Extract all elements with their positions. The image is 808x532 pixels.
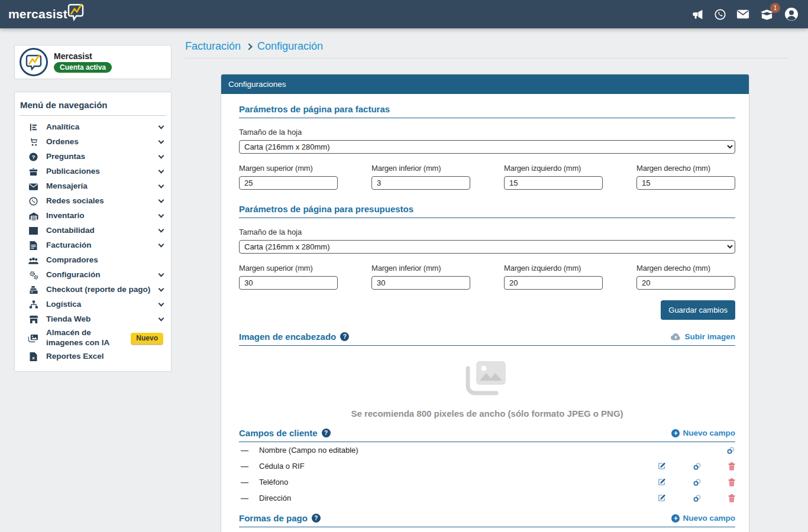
top-navbar: mercasist 1 — [0, 0, 808, 28]
megaphone-icon[interactable] — [691, 8, 704, 21]
margin-label: Margen inferior (mm) — [371, 264, 470, 273]
link-field-icon[interactable] — [726, 446, 735, 455]
sidebar-item-publicaciones[interactable]: Publicaciones — [20, 164, 166, 179]
brand-name: mercasist — [8, 7, 67, 21]
configurations-panel: Configuraciones Parámetros de página par… — [221, 74, 749, 532]
delete-field-icon[interactable] — [728, 494, 735, 502]
breadcrumb-section-link[interactable]: Facturación — [185, 40, 241, 53]
chevron-down-icon — [159, 242, 164, 248]
delete-field-icon[interactable] — [728, 462, 735, 471]
invoice-icon — [28, 241, 39, 250]
analytics-icon — [28, 123, 39, 132]
table-icon — [28, 227, 39, 235]
invoice-margin-left-input[interactable] — [504, 176, 603, 190]
payment-methods-title: Formas de pago ? — [239, 513, 321, 523]
invoice-margin-right-input[interactable] — [636, 176, 735, 190]
edit-field-icon[interactable] — [657, 462, 666, 471]
sidebar-item-almacen-imagenes-ia[interactable]: Almacén de imagenes con IA Nuevo — [20, 327, 166, 349]
sidebar-item-inventario[interactable]: Inventario — [20, 209, 166, 223]
chevron-down-icon — [159, 227, 164, 233]
account-card: Mercasist Cuenta activa — [14, 45, 172, 79]
link-field-icon[interactable] — [693, 494, 702, 502]
sidebar-item-tienda-web[interactable]: Tienda Web — [20, 312, 166, 327]
invoice-section-header: Parámetros de página para facturas — [239, 104, 735, 118]
margin-label: Margen derecho (mm) — [636, 264, 735, 273]
budget-margin-right-input[interactable] — [636, 276, 735, 290]
help-icon[interactable]: ? — [312, 514, 321, 523]
margin-label: Margen superior (mm) — [239, 264, 338, 273]
chevron-down-icon — [159, 316, 164, 322]
help-icon[interactable]: ? — [340, 332, 349, 341]
cart-icon — [28, 138, 39, 147]
payment-methods-section-header: Formas de pago ? + Nuevo campo — [239, 513, 735, 527]
help-icon[interactable]: ? — [322, 429, 331, 437]
sidebar-item-reportes-excel[interactable]: x Reportes Excel — [20, 349, 166, 364]
sidebar-item-mensajeria[interactable]: Mensajería — [20, 179, 166, 194]
sidebar-item-analitica[interactable]: Analítica — [20, 120, 166, 135]
chevron-down-icon — [159, 153, 164, 159]
drag-handle-icon[interactable]: — — [241, 494, 248, 502]
excel-icon: x — [28, 352, 39, 361]
sidebar-item-ordenes[interactable]: Ordenes — [20, 135, 166, 150]
chevron-down-icon — [159, 124, 164, 129]
new-payment-field-link[interactable]: + Nuevo campo — [671, 514, 735, 523]
whatsapp-icon[interactable] — [714, 8, 726, 21]
budget-margin-top-input[interactable] — [239, 276, 338, 290]
chevron-down-icon — [159, 138, 164, 144]
drag-handle-icon[interactable]: — — [241, 462, 248, 471]
menu-title: Menú de navegación — [20, 98, 166, 116]
client-field-label: Cédula o RIF — [259, 462, 305, 471]
sidebar-item-contabilidad[interactable]: Contabilidad — [20, 223, 166, 238]
header-image-section-header: Imagen de encabezado ? Subir imagen — [239, 332, 735, 346]
link-field-icon[interactable] — [693, 462, 702, 471]
sidebar-item-compradores[interactable]: Compradores — [20, 253, 166, 268]
invoice-margin-bottom-input[interactable] — [371, 176, 470, 190]
invoice-page-size-select[interactable]: Carta (216mm x 280mm) — [239, 140, 735, 154]
budget-margin-bottom-input[interactable] — [371, 276, 470, 290]
edit-field-icon[interactable] — [657, 494, 666, 502]
image-placeholder-icon — [466, 361, 509, 397]
drag-handle-icon[interactable]: — — [241, 446, 248, 455]
delete-field-icon[interactable] — [728, 478, 735, 486]
drag-handle-icon[interactable]: — — [241, 478, 248, 486]
register-icon — [28, 286, 39, 294]
notification-badge: 1 — [770, 3, 780, 13]
edit-field-icon[interactable] — [657, 478, 666, 486]
client-field-label: Dirección — [259, 494, 291, 502]
brand-logo[interactable]: mercasist — [8, 7, 86, 22]
header-image-title: Imagen de encabezado ? — [239, 332, 349, 342]
invoice-section-title: Parámetros de página para facturas — [239, 104, 390, 114]
new-client-field-link[interactable]: + Nuevo campo — [671, 429, 735, 437]
sidebar-item-logistica[interactable]: Logística — [20, 297, 166, 312]
chevron-down-icon — [159, 286, 164, 292]
plus-circle-icon: + — [671, 514, 680, 523]
whatsapp-icon — [28, 197, 39, 206]
account-name: Mercasist — [54, 51, 112, 61]
save-button[interactable]: Guardar cambios — [661, 300, 735, 320]
envelope-icon[interactable] — [736, 9, 749, 20]
sidebar-item-redes-sociales[interactable]: Redes sociales — [20, 194, 166, 209]
sidebar-item-checkout[interactable]: Checkout (reporte de pago) — [20, 283, 166, 297]
sidebar-item-configuracion[interactable]: Configuración — [20, 268, 166, 283]
margin-label: Margen derecho (mm) — [636, 164, 735, 173]
warehouse-icon — [28, 212, 39, 220]
budget-margin-left-input[interactable] — [504, 276, 603, 290]
breadcrumb: Facturación Configuración — [185, 40, 323, 53]
link-field-icon[interactable] — [693, 478, 702, 486]
brand-mark-icon — [66, 2, 86, 22]
client-field-row: — Nombre (Campo no editable) — [241, 442, 735, 458]
invoice-margin-top-input[interactable] — [239, 176, 338, 190]
upload-image-link[interactable]: Subir imagen — [670, 332, 735, 341]
plus-circle-icon: + — [671, 429, 680, 437]
question-icon: ? — [28, 153, 39, 161]
budget-page-size-select[interactable]: Carta (216mm x 280mm) — [239, 240, 735, 254]
images-icon — [28, 334, 39, 343]
client-field-row: — Teléfono — [241, 474, 735, 490]
breadcrumb-page-link[interactable]: Configuración — [257, 40, 323, 53]
cloud-upload-icon — [670, 333, 681, 340]
sidebar-item-preguntas[interactable]: ? Preguntas — [20, 150, 166, 164]
sidebar-item-facturacion[interactable]: Facturación — [20, 238, 166, 253]
user-avatar-icon[interactable] — [784, 7, 799, 21]
inbox-gift-icon[interactable]: 1 — [759, 8, 774, 20]
nuevo-badge: Nuevo — [131, 333, 163, 343]
